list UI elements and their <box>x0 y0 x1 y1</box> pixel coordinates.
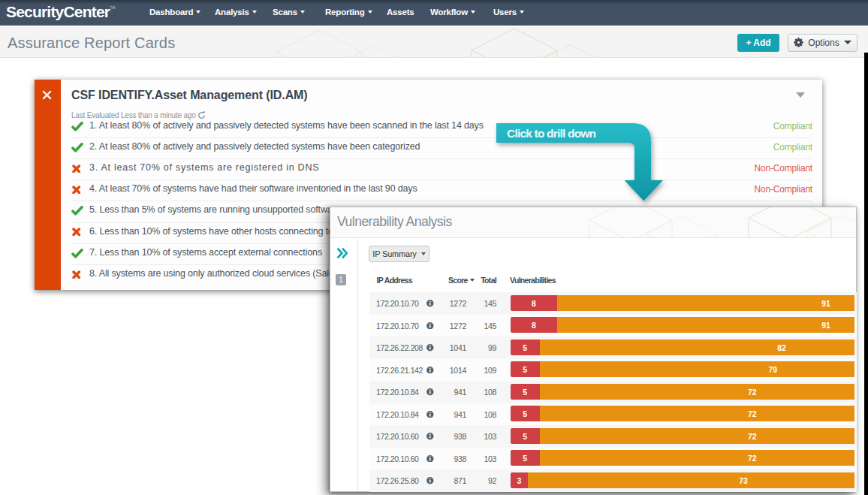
svg-text:Click to drill down: Click to drill down <box>507 127 596 140</box>
